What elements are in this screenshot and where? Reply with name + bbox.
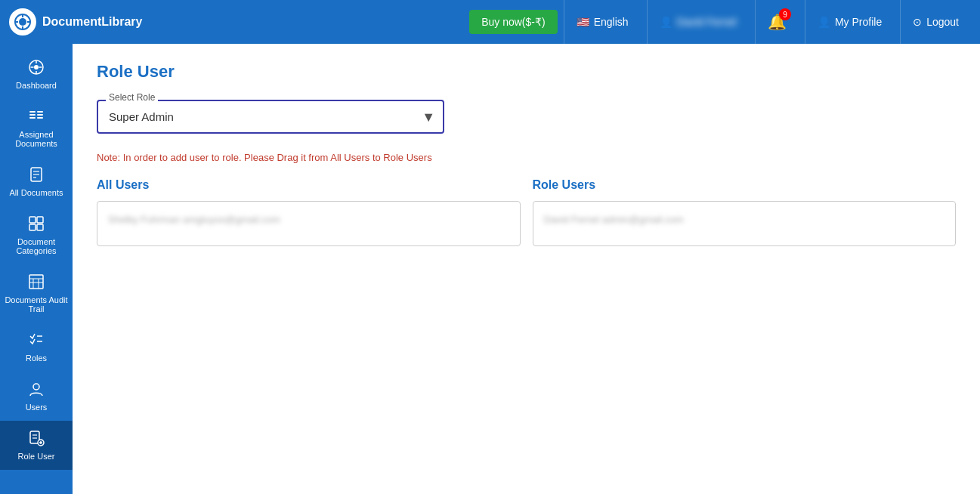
svg-rect-26 [29,275,43,289]
all-users-item[interactable]: Shelby Fuhrman amgluyoo@gmail.com [108,209,509,230]
users-icon [28,381,45,400]
main-layout: Dashboard Assigned Documents [0,44,980,494]
dashboard-label: Dashboard [16,81,57,90]
profile-icon: 👤 [818,16,830,28]
logout-label: Logout [926,16,959,28]
all-users-column: All Users Shelby Fuhrman amgluyoo@gmail.… [97,178,521,246]
sidebar-item-dashboard[interactable]: Dashboard [0,50,73,99]
role-user-icon [28,430,45,449]
note-text: Note: In order to add user to role. Plea… [97,152,956,163]
brand-logo [9,8,36,36]
documents-audit-trail-label: Documents Audit Trail [3,295,70,313]
role-user-label: Role User [18,452,55,461]
brand: DocumentLibrary [9,8,463,36]
document-categories-label: Document Categories [3,237,70,255]
top-navbar: DocumentLibrary Buy now($-₹) 🇺🇸 English … [0,0,980,44]
logout-button[interactable]: ⊙ Logout [900,0,971,44]
all-users-title: All Users [97,178,521,192]
notification-count: 9 [779,8,791,20]
user-name-label: David Fernel [677,16,737,28]
documents-audit-trail-icon [28,273,45,292]
svg-rect-13 [29,114,36,116]
all-documents-icon [28,166,45,185]
assigned-documents-icon [28,108,45,127]
flag-icon: 🇺🇸 [577,16,589,28]
role-users-box[interactable]: David Fernel admin@gmail.com [533,201,957,246]
svg-rect-14 [29,117,36,119]
brand-name: DocumentLibrary [42,15,142,29]
sidebar-item-roles[interactable]: Roles [0,323,73,372]
select-role-dropdown[interactable]: Super Admin Admin User Editor [97,100,444,134]
drag-columns: All Users Shelby Fuhrman amgluyoo@gmail.… [97,178,956,246]
roles-label: Roles [26,354,47,363]
language-selector[interactable]: 🇺🇸 English [564,0,641,44]
role-users-item[interactable]: David Fernel admin@gmail.com [544,209,945,230]
svg-point-33 [33,384,39,390]
sidebar-item-users[interactable]: Users [0,372,73,421]
role-users-column: Role Users David Fernel admin@gmail.com [533,178,957,246]
assigned-documents-label: Assigned Documents [3,130,70,148]
my-profile-label: My Profile [835,16,882,28]
my-profile-button[interactable]: 👤 My Profile [805,0,894,44]
svg-point-7 [34,65,39,69]
svg-rect-22 [29,217,36,223]
svg-rect-23 [37,217,43,223]
content-area: Role User Select Role Super Admin Admin … [73,44,980,494]
dashboard-icon [28,59,45,78]
user-icon: 👤 [660,16,672,28]
notification-bell: 🔔 9 [768,13,787,31]
sidebar-item-document-categories[interactable]: Document Categories [0,206,73,264]
document-categories-icon [28,215,45,234]
svg-rect-12 [29,111,36,113]
sidebar-item-documents-audit-trail[interactable]: Documents Audit Trail [0,264,73,323]
svg-rect-15 [37,111,43,113]
notifications-button[interactable]: 🔔 9 [755,0,799,44]
select-role-wrapper: Select Role Super Admin Admin User Edito… [97,100,444,134]
role-users-title: Role Users [533,178,957,192]
users-label: Users [26,403,48,412]
user-profile-nav[interactable]: 👤 David Fernel [647,0,749,44]
roles-icon [28,332,45,350]
svg-rect-17 [37,117,43,119]
sidebar-item-role-user[interactable]: Role User [0,421,73,470]
page-title: Role User [97,62,956,82]
svg-point-1 [19,18,26,26]
svg-rect-24 [29,224,36,230]
buy-now-button[interactable]: Buy now($-₹) [469,10,557,34]
svg-rect-16 [37,114,43,116]
select-role-label: Select Role [106,92,158,103]
all-documents-label: All Documents [10,188,63,197]
logout-icon: ⊙ [913,16,922,28]
language-label: English [594,16,629,28]
sidebar: Dashboard Assigned Documents [0,44,73,494]
sidebar-item-all-documents[interactable]: All Documents [0,157,73,206]
svg-rect-25 [37,224,43,230]
sidebar-item-assigned-documents[interactable]: Assigned Documents [0,99,73,157]
all-users-box[interactable]: Shelby Fuhrman amgluyoo@gmail.com [97,201,521,246]
